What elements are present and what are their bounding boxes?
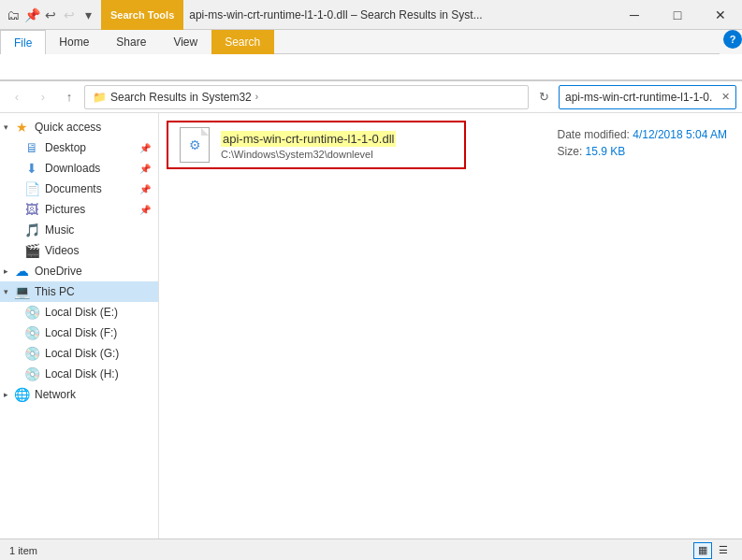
sidebar-item-documents[interactable]: 📄 Documents 📌 [0,179,158,199]
sidebar-item-pictures[interactable]: 🖼 Pictures 📌 [0,199,158,220]
status-bar: 1 item ▦ ☰ [0,538,742,560]
sidebar-item-music[interactable]: 🎵 Music [0,220,158,240]
tab-file[interactable]: File [0,30,46,54]
sidebar-item-disk-g[interactable]: 💿 Local Disk (G:) [0,343,158,364]
search-box[interactable]: ✕ [559,85,736,109]
title-bar-icons: 🗂 📌 ↩ ↩ ▾ [0,7,101,22]
address-path[interactable]: 📁 Search Results in System32 › [84,85,529,109]
file-path: C:\Windows\System32\downlevel [221,149,396,160]
search-tools-tab[interactable]: Search Tools [101,0,183,30]
quick-access-label: Quick access [35,121,101,134]
sidebar-item-quick-access[interactable]: ▾ ★ Quick access [0,117,158,137]
file-icon: ⚙ [176,126,213,164]
sidebar-item-desktop[interactable]: 🖥 Desktop 📌 [0,137,158,158]
path-chevron: › [255,92,258,102]
tab-search[interactable]: Search [211,30,274,54]
view-grid-button[interactable]: ▦ [693,542,712,559]
onedrive-expand-icon: ▸ [4,266,8,276]
quick-access-icon: ★ [12,118,31,136]
sidebar-label-documents: Documents [45,182,102,195]
path-icon: 📁 [93,91,107,104]
date-label: Date modified: [558,128,630,141]
network-expand-icon: ▸ [4,390,8,399]
date-value: 4/12/2018 5:04 AM [633,128,727,141]
sidebar-label-music: Music [45,223,74,237]
sidebar-label-disk-e: Local Disk (E:) [45,306,118,319]
pictures-icon: 🖼 [22,200,41,219]
title-bar: 🗂 📌 ↩ ↩ ▾ Search Tools api-ms-win-crt-ru… [0,0,742,30]
search-input[interactable] [565,91,721,104]
window-controls: ─ □ ✕ [613,0,742,30]
sidebar-label-desktop: Desktop [45,141,86,154]
ribbon: File Home Share View Search ? [0,30,742,81]
sidebar-item-downloads[interactable]: ⬇ Downloads 📌 [0,158,158,179]
sidebar-item-disk-f[interactable]: 💿 Local Disk (F:) [0,323,158,343]
desktop-icon: 🖥 [22,138,41,157]
size-row: Size: 15.9 KB [558,145,727,158]
tab-view[interactable]: View [160,30,211,54]
redo-icon[interactable]: ↩ [62,7,77,22]
this-pc-icon: 💻 [12,282,31,301]
window-title: api-ms-win-crt-runtime-l1-1-0.dll – Sear… [185,8,613,22]
view-buttons: ▦ ☰ [693,542,733,559]
file-name: api-ms-win-crt-runtime-l1-1-0.dll [221,131,396,147]
sidebar-item-disk-e[interactable]: 💿 Local Disk (E:) [0,302,158,323]
pin-icon-pic: 📌 [139,205,151,215]
maximize-button[interactable]: □ [656,0,699,30]
thispc-expand-icon: ▾ [4,287,8,296]
sidebar: ▾ ★ Quick access 🖥 Desktop 📌 ⬇ Downloads… [0,113,159,538]
videos-icon: 🎬 [22,241,41,260]
size-label: Size: [558,145,583,158]
details-panel: Date modified: 4/12/2018 5:04 AM Size: 1… [558,128,727,162]
refresh-button[interactable]: ↻ [532,86,555,108]
sidebar-label-downloads: Downloads [45,162,100,175]
address-bar: ‹ › ↑ 📁 Search Results in System32 › ↻ ✕ [0,81,742,113]
disk-f-icon: 💿 [22,323,41,342]
disk-e-icon: 💿 [22,303,41,322]
sidebar-item-network[interactable]: ▸ 🌐 Network [0,384,158,405]
quick-access-expand-icon: ▾ [4,122,8,132]
quick-access-icon[interactable]: 📌 [24,7,39,22]
sidebar-item-onedrive[interactable]: ▸ ☁ OneDrive [0,261,158,281]
disk-g-icon: 💿 [22,344,41,363]
close-button[interactable]: ✕ [699,0,742,30]
file-item[interactable]: ⚙ api-ms-win-crt-runtime-l1-1-0.dll C:\W… [167,121,466,169]
view-list-button[interactable]: ☰ [714,542,733,559]
tab-home[interactable]: Home [46,30,103,54]
sidebar-label-this-pc: This PC [35,285,75,298]
network-icon: 🌐 [12,385,31,404]
disk-h-icon: 💿 [22,365,41,383]
sidebar-label-network: Network [35,388,76,401]
up-button[interactable]: ↑ [58,86,80,108]
sidebar-item-disk-h[interactable]: 💿 Local Disk (H:) [0,364,158,384]
tab-share[interactable]: Share [103,30,160,54]
ribbon-content [0,54,742,80]
help-button[interactable]: ? [723,30,742,49]
sidebar-item-this-pc[interactable]: ▾ 💻 This PC [0,281,158,302]
sidebar-label-disk-h: Local Disk (H:) [45,367,119,381]
pin-icon: 📌 [139,143,151,153]
size-value: 15.9 KB [586,145,626,158]
sidebar-label-disk-f: Local Disk (F:) [45,326,117,339]
sidebar-label-onedrive: OneDrive [35,265,82,278]
content-area: ⚙ api-ms-win-crt-runtime-l1-1-0.dll C:\W… [159,113,742,538]
downloads-icon: ⬇ [22,159,41,178]
forward-button[interactable]: › [32,86,54,108]
sidebar-item-videos[interactable]: 🎬 Videos [0,240,158,261]
undo-icon[interactable]: ↩ [43,7,58,22]
minimize-button[interactable]: ─ [613,0,656,30]
window-icon: 🗂 [6,7,21,22]
music-icon: 🎵 [22,221,41,239]
sidebar-label-disk-g: Local Disk (G:) [45,347,119,360]
date-modified-row: Date modified: 4/12/2018 5:04 AM [558,128,727,141]
documents-icon: 📄 [22,179,41,198]
pin-icon-dl: 📌 [139,164,151,174]
path-text: Search Results in System32 [110,91,252,104]
properties-icon[interactable]: ▾ [80,7,95,22]
search-clear-icon[interactable]: ✕ [721,91,730,103]
file-info: api-ms-win-crt-runtime-l1-1-0.dll C:\Win… [221,131,396,160]
main-layout: ▾ ★ Quick access 🖥 Desktop 📌 ⬇ Downloads… [0,113,742,538]
sidebar-label-pictures: Pictures [45,203,85,216]
back-button[interactable]: ‹ [6,86,28,108]
onedrive-icon: ☁ [12,262,31,280]
